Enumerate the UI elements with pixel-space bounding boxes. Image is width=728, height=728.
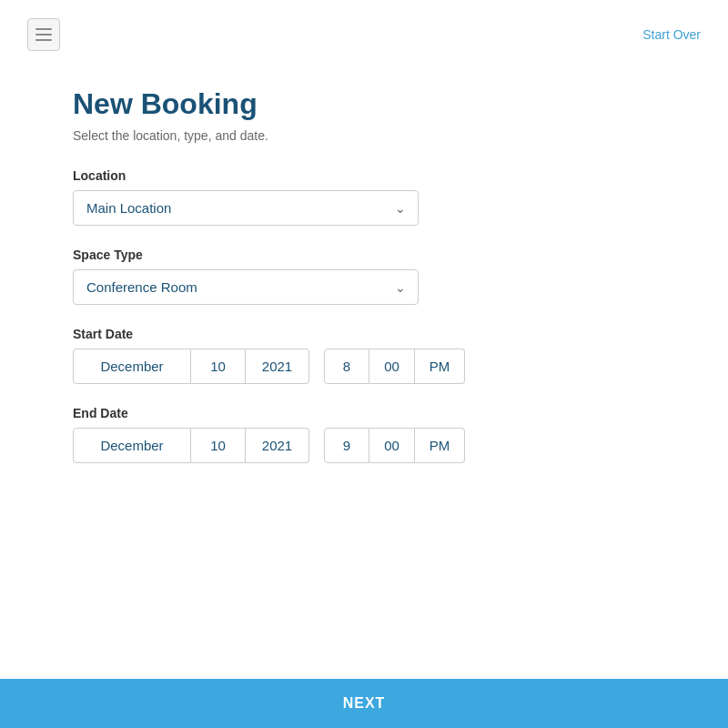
end-ampm-field[interactable]: PM bbox=[415, 428, 465, 463]
end-date-field-group: End Date December 10 2021 9 00 PM bbox=[73, 406, 655, 463]
start-hour-field[interactable]: 8 bbox=[324, 349, 369, 384]
start-year-field[interactable]: 2021 bbox=[246, 349, 309, 384]
location-label: Location bbox=[73, 168, 655, 183]
start-minute-field[interactable]: 00 bbox=[369, 349, 415, 384]
start-day-field[interactable]: 10 bbox=[191, 349, 246, 384]
page-title: New Booking bbox=[73, 87, 655, 121]
menu-icon-line3 bbox=[35, 39, 52, 41]
space-type-field-group: Space Type Conference Room Private Offic… bbox=[73, 248, 655, 305]
start-datetime-row: December 10 2021 8 00 PM bbox=[73, 349, 655, 384]
space-type-select-wrapper: Conference Room Private Office Open Desk… bbox=[73, 269, 419, 305]
next-button[interactable]: NEXT bbox=[0, 679, 728, 728]
space-type-label: Space Type bbox=[73, 248, 655, 262]
start-date-label: Start Date bbox=[73, 327, 655, 341]
end-minute-field[interactable]: 00 bbox=[369, 428, 415, 463]
footer: NEXT bbox=[0, 679, 728, 728]
start-date-field-group: Start Date December 10 2021 8 00 PM bbox=[73, 327, 655, 384]
menu-button[interactable] bbox=[27, 18, 60, 51]
location-select[interactable]: Main Location Secondary Location Remote … bbox=[73, 190, 419, 226]
space-type-select[interactable]: Conference Room Private Office Open Desk… bbox=[73, 269, 419, 305]
start-ampm-field[interactable]: PM bbox=[415, 349, 465, 384]
start-month-field[interactable]: December bbox=[73, 349, 191, 384]
end-datetime-row: December 10 2021 9 00 PM bbox=[73, 428, 655, 463]
end-date-label: End Date bbox=[73, 406, 655, 420]
end-day-field[interactable]: 10 bbox=[191, 428, 246, 463]
location-field-group: Location Main Location Secondary Locatio… bbox=[73, 168, 655, 226]
page-subtitle: Select the location, type, and date. bbox=[73, 128, 655, 143]
menu-icon-line1 bbox=[35, 28, 52, 30]
location-select-wrapper: Main Location Secondary Location Remote … bbox=[73, 190, 419, 226]
end-year-field[interactable]: 2021 bbox=[246, 428, 309, 463]
start-over-link[interactable]: Start Over bbox=[642, 27, 701, 42]
end-month-field[interactable]: December bbox=[73, 428, 191, 463]
menu-icon-line2 bbox=[35, 34, 52, 35]
end-hour-field[interactable]: 9 bbox=[324, 428, 369, 463]
